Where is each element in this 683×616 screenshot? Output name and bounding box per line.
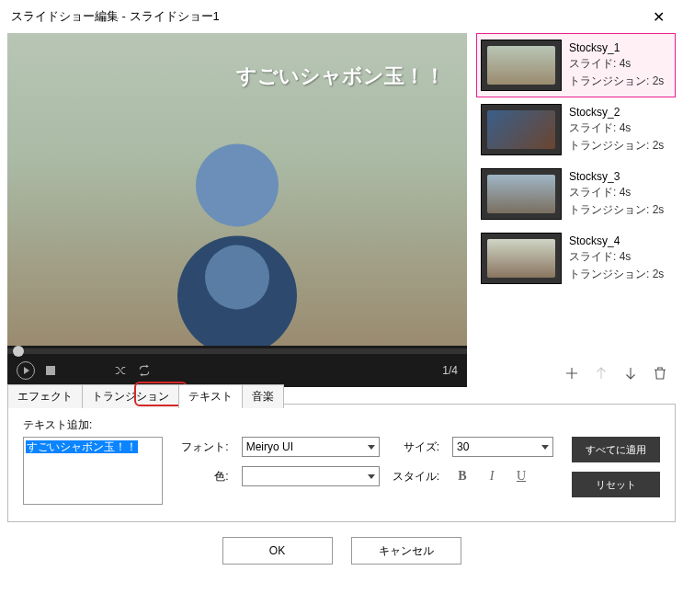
apply-all-button[interactable]: すべてに適用: [572, 437, 660, 462]
tab-music[interactable]: 音楽: [242, 384, 284, 408]
add-slide-icon[interactable]: [563, 365, 580, 382]
play-button[interactable]: [17, 361, 35, 380]
slide-item[interactable]: Stocksy_2 スライド: 4s トランジション: 2s: [476, 97, 676, 162]
style-label: スタイル:: [393, 469, 439, 485]
slide-counter: 1/4: [442, 364, 458, 377]
slide-transition: トランジション: 2s: [569, 267, 664, 282]
slide-transition: トランジション: 2s: [569, 138, 664, 154]
slide-thumbnail: [481, 168, 562, 220]
ok-button[interactable]: OK: [222, 537, 333, 565]
slide-duration: スライド: 4s: [569, 56, 664, 72]
loop-icon[interactable]: [138, 364, 151, 377]
slide-name: Stocksy_1: [569, 41, 664, 54]
bold-button[interactable]: B: [452, 466, 472, 486]
text-add-label: テキスト追加:: [23, 417, 660, 433]
shuffle-icon[interactable]: [114, 364, 127, 377]
preview-image: すごいシャボン玉！！: [7, 33, 467, 346]
slide-duration: スライド: 4s: [569, 249, 664, 265]
size-label: サイズ:: [393, 439, 439, 455]
slide-duration: スライド: 4s: [569, 185, 664, 200]
slide-duration: スライド: 4s: [569, 120, 664, 136]
color-select[interactable]: [242, 466, 380, 486]
font-select[interactable]: Meiryo UI: [242, 437, 380, 457]
size-select[interactable]: 30: [452, 437, 553, 457]
slide-item[interactable]: Stocksy_1 スライド: 4s トランジション: 2s: [476, 33, 676, 97]
move-up-icon[interactable]: [593, 365, 609, 382]
tab-transition[interactable]: トランジション: [82, 384, 179, 408]
move-down-icon[interactable]: [622, 365, 639, 382]
window-title: スライドショー編集 - スライドショー1: [11, 8, 220, 25]
text-input-value: すごいシャボン玉！！: [26, 440, 138, 453]
font-label: フォント:: [181, 439, 228, 455]
preview-area: すごいシャボン玉！！ 1/4: [7, 33, 467, 387]
slide-name: Stocksy_4: [569, 234, 664, 247]
close-button[interactable]: ✕: [645, 5, 672, 29]
slide-thumbnail: [481, 40, 562, 91]
tab-text[interactable]: テキスト: [178, 384, 243, 408]
tab-effect[interactable]: エフェクト: [7, 384, 83, 408]
slide-name: Stocksy_3: [569, 170, 664, 183]
italic-button[interactable]: I: [482, 466, 502, 486]
slide-thumbnail: [481, 233, 562, 284]
slide-item[interactable]: Stocksy_3 スライド: 4s トランジション: 2s: [476, 162, 676, 226]
cancel-button[interactable]: キャンセル: [351, 537, 461, 565]
slide-name: Stocksy_2: [569, 106, 664, 119]
slide-transition: トランジション: 2s: [569, 74, 664, 89]
overlay-text: すごいシャボン玉！！: [236, 63, 445, 90]
slide-transition: トランジション: 2s: [569, 202, 664, 218]
underline-button[interactable]: U: [511, 466, 531, 486]
delete-slide-icon[interactable]: [652, 365, 668, 382]
slides-list: Stocksy_1 スライド: 4s トランジション: 2s Stocksy_2…: [476, 33, 676, 354]
text-input[interactable]: すごいシャボン玉！！: [23, 437, 163, 505]
slide-thumbnail: [481, 104, 562, 155]
stop-button[interactable]: [46, 366, 55, 375]
color-label: 色:: [181, 469, 228, 485]
slide-item[interactable]: Stocksy_4 スライド: 4s トランジション: 2s: [476, 226, 676, 291]
reset-button[interactable]: リセット: [572, 472, 660, 497]
